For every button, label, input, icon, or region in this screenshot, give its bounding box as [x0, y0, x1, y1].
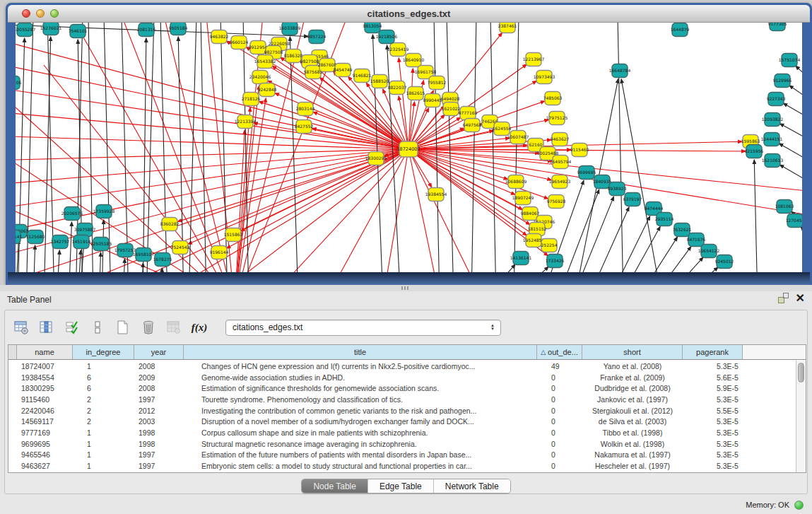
graph-node[interactable]: 9129966 [773, 74, 792, 88]
graph-node[interactable]: 1621022 [442, 103, 461, 116]
graph-node[interactable]: 8427552 [295, 120, 314, 134]
column-header-short[interactable]: short [582, 345, 683, 359]
graph-node[interactable]: 1733426 [546, 255, 565, 268]
table-row[interactable]: 946554611997Estimation of the future num… [8, 450, 796, 461]
graph-node[interactable]: 7485063 [543, 92, 563, 105]
graph-node[interactable]: 9505184 [169, 23, 188, 35]
graph-node[interactable]: 8215956 [745, 145, 764, 158]
tab-edge-table[interactable]: Edge Table [368, 479, 434, 493]
table-row[interactable]: 2242004622012Investigating the contribut… [8, 405, 796, 416]
graph-node[interactable]: 16543382 [254, 55, 276, 69]
graph-node[interactable]: 7546101 [69, 25, 88, 38]
graph-node[interactable]: 1451914 [72, 235, 91, 249]
graph-node[interactable]: 23420046 [249, 71, 271, 84]
graph-node[interactable]: 9177305 [768, 23, 787, 31]
graph-node[interactable]: 9146821 [353, 69, 372, 83]
graph-node[interactable]: 10688609 [505, 175, 527, 189]
minimize-window-button[interactable] [36, 9, 45, 18]
tab-network-table[interactable]: Network Table [434, 479, 510, 493]
graph-node[interactable]: 1515863 [224, 228, 243, 242]
splitter-grip-icon[interactable] [401, 286, 408, 290]
graph-node[interactable]: 1081063 [775, 200, 794, 214]
graph-node[interactable]: 7524542 [171, 241, 190, 255]
graph-node[interactable]: 2935114 [655, 213, 674, 226]
graph-node[interactable]: 16210613 [762, 154, 784, 168]
table-row[interactable]: 969969511998Structural magnetic resonanc… [8, 438, 796, 450]
table-row[interactable]: 946362711997Embryonic stem cells: a mode… [8, 460, 796, 472]
column-header-year[interactable]: year [134, 345, 184, 359]
close-window-button[interactable] [22, 9, 30, 18]
graph-node[interactable]: 10973493 [534, 71, 555, 84]
graph-node[interactable]: 1862615 [406, 87, 425, 100]
table-row[interactable]: 1456911722003Disruption of a novel membe… [8, 416, 796, 427]
graph-node[interactable]: 1644879 [671, 23, 690, 37]
graph-node[interactable]: 12505185 [90, 238, 112, 251]
graph-node[interactable]: 9242848 [258, 83, 277, 97]
show-column-icon[interactable] [36, 317, 57, 338]
function-builder-icon[interactable]: f(x) [189, 317, 210, 338]
graph-node[interactable]: 1270455 [786, 214, 802, 228]
graph-node[interactable]: 8822037 [388, 81, 407, 95]
graph-node[interactable]: 17359928 [93, 205, 115, 218]
graph-node[interactable]: 2081316 [137, 23, 156, 37]
graph-node[interactable]: 10055287 [16, 23, 35, 37]
graph-node[interactable]: 9196144 [210, 246, 229, 259]
table-selector-dropdown[interactable]: citations_edges.txt ▲▼ [225, 320, 501, 336]
graph-node[interactable]: 2387461 [498, 23, 517, 33]
graph-node[interactable]: 19384554 [425, 188, 447, 201]
maximize-window-button[interactable] [50, 9, 59, 18]
graph-node[interactable]: 7955812 [428, 76, 447, 90]
graph-node[interactable]: 9699695 [577, 166, 596, 180]
graph-node[interactable]: 9660124 [230, 36, 249, 49]
graph-node[interactable]: 16648784 [609, 64, 631, 78]
graph-node[interactable]: 12213967 [523, 53, 545, 66]
graph-node[interactable]: 8857224 [307, 30, 326, 44]
table-row[interactable]: 911546021997Tourette syndrome. Phenomeno… [8, 394, 796, 405]
column-header-outde[interactable]: △out_de... [537, 345, 582, 359]
graph-node[interactable]: 8360282 [160, 218, 180, 231]
table-settings-icon[interactable] [11, 317, 32, 338]
create-table-icon[interactable] [112, 317, 134, 338]
graph-node[interactable]: 2053106 [16, 76, 22, 90]
network-canvas[interactable]: 1872400718300295946382296601249912954222… [16, 23, 802, 272]
graph-hub-node[interactable]: 18724007 [396, 141, 420, 157]
graph-node[interactable]: 12093822 [762, 113, 784, 127]
graph-node[interactable]: 2718126 [242, 93, 261, 106]
tab-node-table[interactable]: Node Table [302, 479, 368, 493]
graph-node[interactable]: 9463822 [210, 30, 229, 44]
graph-node[interactable]: 1125680 [26, 230, 45, 244]
graph-node[interactable]: 10607487 [507, 131, 529, 144]
column-header-name[interactable]: name [17, 345, 73, 359]
graph-node[interactable]: 15276021 [40, 23, 62, 35]
table-row[interactable]: 977716911998Corpus callosum shape and si… [8, 427, 796, 438]
column-header-title[interactable]: title [184, 345, 537, 359]
delete-table-icon[interactable] [138, 317, 159, 338]
table-row[interactable]: 1938455462009Genome-wide association stu… [8, 372, 796, 383]
graph-node[interactable]: 15751074 [779, 54, 801, 67]
graph-node[interactable]: 16958107 [133, 248, 155, 262]
graph-node[interactable]: 1588520 [370, 75, 389, 88]
graph-node[interactable]: 2803144 [296, 103, 315, 116]
graph-node[interactable]: 19218506 [376, 30, 398, 44]
graph-node[interactable]: 14136141 [510, 252, 532, 265]
scrollbar-thumb[interactable] [798, 363, 804, 382]
graph-node[interactable]: 9245012 [715, 255, 734, 269]
graph-node[interactable]: 19654923 [549, 175, 571, 189]
network-window-titlebar[interactable]: citations_edges.txt [8, 5, 810, 23]
table-row[interactable]: 1872400712008Changes of HCN gene express… [8, 361, 796, 372]
graph-node[interactable]: 1624554 [493, 122, 512, 136]
graph-node[interactable]: 9463627 [551, 133, 570, 146]
column-header-indegree[interactable]: in_degree [73, 345, 134, 359]
graph-node[interactable]: 9115460 [570, 144, 589, 157]
graph-node[interactable]: 18300295 [365, 152, 387, 165]
graph-node[interactable]: 18640910 [403, 54, 425, 67]
select-mode-icon[interactable] [61, 317, 83, 338]
column-header-pagerank[interactable]: pagerank [683, 345, 743, 359]
graph-node[interactable]: 6379197 [623, 193, 642, 206]
graph-node[interactable]: 12325419 [387, 43, 409, 57]
table-scrollbar[interactable] [796, 361, 806, 472]
graph-node[interactable]: 10654122 [698, 245, 720, 258]
float-panel-icon[interactable] [778, 293, 789, 303]
graph-node[interactable]: 9227343 [767, 93, 786, 106]
close-panel-icon[interactable]: ✕ [796, 293, 805, 303]
